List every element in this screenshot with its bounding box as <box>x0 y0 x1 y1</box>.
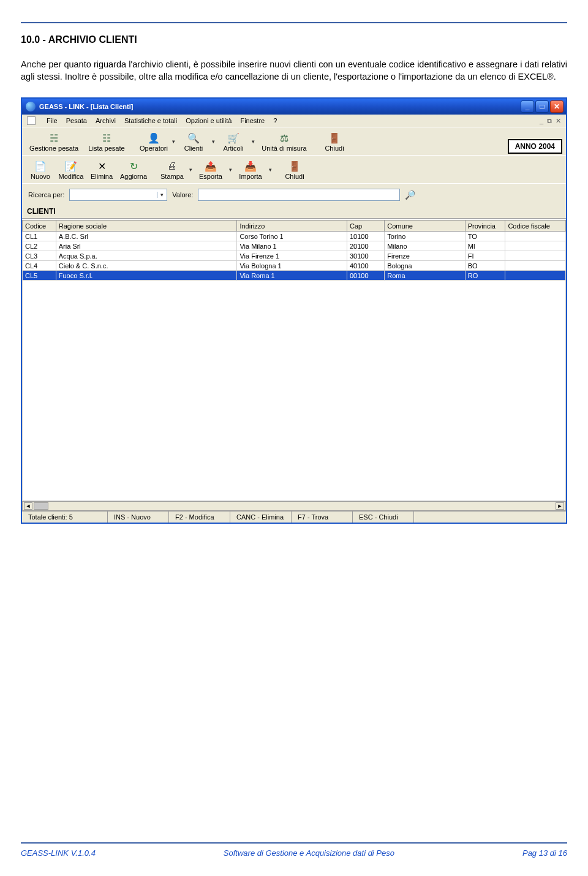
mdi-restore-icon[interactable]: ⧉ <box>547 117 552 125</box>
close-button[interactable]: ✕ <box>550 100 564 113</box>
dropdown-arrow-icon[interactable]: ▾ <box>170 138 177 145</box>
tool-gestione-pesata[interactable]: ☵ Gestione pesata <box>26 129 82 154</box>
valore-label: Valore: <box>172 191 193 198</box>
col-codfisc[interactable]: Codice fiscale <box>505 221 566 232</box>
status-ins: INS - Nuovo <box>108 512 169 523</box>
titlebar: GEASS - LINK - [Lista Clienti] _ □ ✕ <box>22 99 566 115</box>
app-icon <box>26 102 36 111</box>
grid-icon: ☵ <box>47 131 61 145</box>
dropdown-arrow-icon[interactable]: ▾ <box>210 138 217 145</box>
col-indirizzo[interactable]: Indirizzo <box>237 221 347 232</box>
tool-nuovo[interactable]: 📄 Nuovo <box>26 157 55 182</box>
dropdown-arrow-icon[interactable]: ▾ <box>250 138 257 145</box>
body-paragraph: Anche per quanto riguarda l'archivio cli… <box>21 59 567 83</box>
dropdown-arrow-icon[interactable]: ▾ <box>267 167 274 173</box>
toolbar-sub: 📄 Nuovo 📝 Modifica ✕ Elimina ↻ Aggiorna … <box>22 155 566 183</box>
menu-finestre[interactable]: Finestre <box>240 117 265 124</box>
tool-unita-misura[interactable]: ⚖ Unità di misura <box>257 129 312 154</box>
table-row[interactable]: CL1A.B.C. SrlCorso Torino 110100TorinoTO <box>23 232 566 241</box>
magnifier-icon: 🔍 <box>186 131 201 145</box>
status-esc: ESC - Chiudi <box>353 512 414 523</box>
col-provincia[interactable]: Provincia <box>465 221 505 232</box>
tool-modifica[interactable]: 📝 Modifica <box>55 157 87 182</box>
ricerca-combo[interactable]: ▾ <box>69 189 167 201</box>
scroll-right-icon[interactable]: ► <box>556 502 564 510</box>
tool-esporta[interactable]: 📤 Esporta <box>194 157 227 182</box>
status-total: Totale clienti: 5 <box>22 512 108 523</box>
print-icon: 🖨 <box>165 159 179 173</box>
col-codice[interactable]: Codice <box>23 221 56 232</box>
mdi-doc-icon <box>27 116 36 125</box>
tool-lista-pesate[interactable]: ☷ Lista pesate <box>82 129 131 154</box>
menu-statistiche[interactable]: Statistiche e totali <box>124 117 177 124</box>
footer-right: Pag 13 di 16 <box>522 848 567 858</box>
scroll-thumb[interactable] <box>34 502 48 510</box>
col-comune[interactable]: Comune <box>385 221 465 232</box>
scale-icon: ⚖ <box>277 131 292 145</box>
footer-center: Software di Gestione e Acquisizione dati… <box>224 848 394 858</box>
menu-pesata[interactable]: Pesata <box>66 117 87 124</box>
col-ragione[interactable]: Ragione sociale <box>56 221 237 232</box>
tool-stampa[interactable]: 🖨 Stampa <box>157 157 187 182</box>
tool-clienti[interactable]: 🔍 Clienti <box>177 129 210 154</box>
menubar: File Pesata Archivi Statistiche e totali… <box>22 115 566 127</box>
menu-opzioni[interactable]: Opzioni e utilità <box>186 117 232 124</box>
export-icon: 📤 <box>203 159 218 173</box>
grid-empty-area <box>22 281 566 501</box>
list-icon: ☷ <box>99 131 114 145</box>
delete-icon: ✕ <box>94 159 109 173</box>
page-top-rule <box>21 22 567 23</box>
door-icon: 🚪 <box>327 131 342 145</box>
import-icon: 📥 <box>243 159 258 173</box>
footer-left: GEASS-LINK V.1.0.4 <box>21 848 96 858</box>
status-canc: CANC - Elimina <box>230 512 292 523</box>
person-icon: 👤 <box>146 131 161 145</box>
edit-icon: 📝 <box>64 159 78 173</box>
chevron-down-icon: ▾ <box>157 192 167 198</box>
clienti-grid: Codice Ragione sociale Indirizzo Cap Com… <box>22 220 566 281</box>
minimize-button[interactable]: _ <box>521 100 534 113</box>
app-window: GEASS - LINK - [Lista Clienti] _ □ ✕ Fil… <box>21 97 567 524</box>
table-row[interactable]: CL4Cielo & C. S.n.c.Via Bologna 140100Bo… <box>23 261 566 271</box>
binoculars-icon[interactable]: 🔎 <box>405 190 415 200</box>
door-icon: 🚪 <box>287 159 302 173</box>
tool-articoli[interactable]: 🛒 Articoli <box>217 129 250 154</box>
tool-aggiorna[interactable]: ↻ Aggiorna <box>116 157 151 182</box>
cart-icon: 🛒 <box>226 131 241 145</box>
valore-input[interactable] <box>198 189 400 201</box>
section-title: 10.0 - ARCHIVIO CLIENTI <box>21 34 567 45</box>
horizontal-scrollbar[interactable]: ◄ ► <box>22 501 566 511</box>
page-footer: GEASS-LINK V.1.0.4 Software di Gestione … <box>21 842 567 858</box>
menu-archivi[interactable]: Archivi <box>96 117 116 124</box>
table-row[interactable]: CL3Acqua S.p.a.Via Firenze 130100Firenze… <box>23 251 566 261</box>
tool-chiudi-main[interactable]: 🚪 Chiudi <box>318 129 351 154</box>
tool-operatori[interactable]: 👤 Operatori <box>137 129 170 154</box>
statusbar: Totale clienti: 5 INS - Nuovo F2 - Modif… <box>22 511 566 523</box>
dropdown-arrow-icon[interactable]: ▾ <box>227 167 234 173</box>
maximize-button[interactable]: □ <box>535 100 549 113</box>
anno-badge: ANNO 2004 <box>508 139 562 154</box>
status-f2: F2 - Modifica <box>169 512 230 523</box>
new-doc-icon: 📄 <box>33 159 48 173</box>
scroll-left-icon[interactable]: ◄ <box>24 502 32 510</box>
tool-importa[interactable]: 📥 Importa <box>234 157 267 182</box>
table-row[interactable]: CL5Fuoco S.r.l.Via Roma 100100RomaRO <box>23 271 566 281</box>
dropdown-arrow-icon[interactable]: ▾ <box>187 167 194 173</box>
ricerca-label: Ricerca per: <box>28 191 64 198</box>
mdi-minimize-icon[interactable]: _ <box>540 117 543 125</box>
tool-elimina[interactable]: ✕ Elimina <box>87 157 116 182</box>
window-title: GEASS - LINK - [Lista Clienti] <box>39 103 133 110</box>
search-bar: Ricerca per: ▾ Valore: 🔎 <box>22 183 566 205</box>
menu-help[interactable]: ? <box>273 117 277 124</box>
refresh-icon: ↻ <box>126 159 141 173</box>
status-f7: F7 - Trova <box>292 512 353 523</box>
grid-title: CLIENTI <box>22 205 566 218</box>
col-cap[interactable]: Cap <box>347 221 384 232</box>
tool-chiudi-sub[interactable]: 🚪 Chiudi <box>280 157 309 182</box>
menu-file[interactable]: File <box>47 117 58 124</box>
toolbar-main: ☵ Gestione pesata ☷ Lista pesate 👤 Opera… <box>22 127 566 155</box>
grid-wrap: Codice Ragione sociale Indirizzo Cap Com… <box>22 218 566 511</box>
mdi-close-icon[interactable]: ✕ <box>556 117 561 125</box>
table-row[interactable]: CL2Aria SrlVia Milano 120100MilanoMI <box>23 241 566 251</box>
